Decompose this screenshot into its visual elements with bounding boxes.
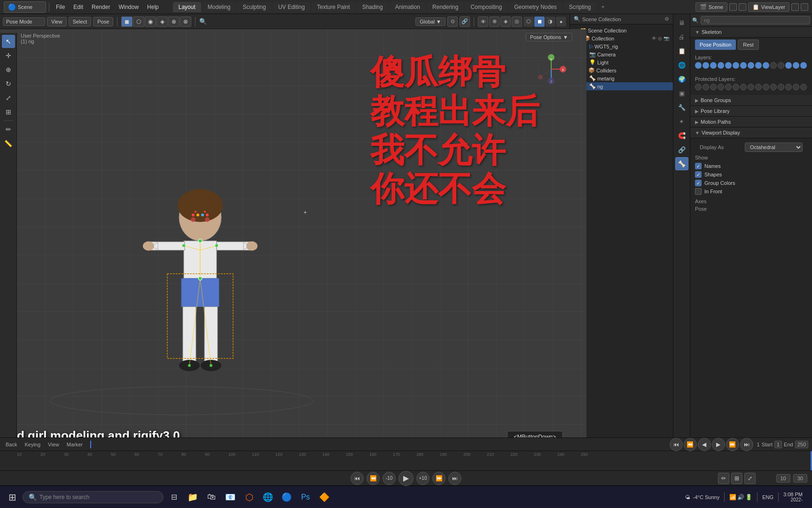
wireframe-mode-btn[interactable]: ⬡ bbox=[133, 16, 144, 27]
measure-tool[interactable]: 📏 bbox=[2, 137, 15, 150]
viewlayer-selector[interactable]: 📋 ViewLayer bbox=[748, 2, 789, 12]
add-workspace-btn[interactable]: + bbox=[598, 2, 609, 12]
editor-tool-3[interactable]: ⤢ bbox=[744, 473, 756, 484]
tl-back-btn[interactable]: Back bbox=[4, 441, 19, 448]
taskbar-explorer[interactable]: 📁 bbox=[184, 489, 201, 506]
tl-view-btn[interactable]: View bbox=[46, 441, 61, 448]
new-scene-btn[interactable] bbox=[729, 3, 737, 11]
show-group-colors-checkbox[interactable] bbox=[695, 180, 702, 186]
pose-options-btn[interactable]: Pose Options▼ bbox=[526, 33, 572, 41]
viewport-overlay-btn[interactable]: 👁 bbox=[478, 16, 488, 27]
select-menu[interactable]: Select bbox=[69, 17, 92, 26]
layer-dot-2[interactable] bbox=[703, 62, 709, 69]
solid-btn[interactable]: ◼ bbox=[534, 16, 545, 27]
world-props-btn[interactable]: 🌍 bbox=[675, 72, 688, 86]
display-as-select[interactable]: Octahedral bbox=[745, 143, 803, 152]
taskbar-ps[interactable]: Ps bbox=[297, 489, 314, 506]
particles-props-btn[interactable]: ✴ bbox=[675, 115, 688, 128]
start-frame-input[interactable]: 1 bbox=[774, 441, 782, 448]
tl-step-fwd-btn[interactable]: ⏩ bbox=[726, 438, 739, 451]
search-btn[interactable]: 🔍 bbox=[199, 18, 207, 25]
cursor-tool[interactable]: ✛ bbox=[2, 49, 15, 62]
start-btn[interactable]: ⊞ bbox=[4, 489, 21, 506]
tl-step-back-btn[interactable]: ⏪ bbox=[684, 438, 697, 451]
battery-icon[interactable]: 🔋 bbox=[745, 494, 752, 500]
snap-btn[interactable]: 🔗 bbox=[460, 16, 470, 27]
motion-paths-header[interactable]: ▶ Motion Paths bbox=[690, 117, 812, 127]
taskbar-mail[interactable]: 📧 bbox=[222, 489, 239, 506]
layer-dot-6[interactable] bbox=[733, 62, 739, 69]
pose-mode-dropdown[interactable]: Pose Mode bbox=[3, 17, 45, 26]
menu-help[interactable]: Help bbox=[143, 3, 163, 11]
engine-selector[interactable]: 🔵 Scene bbox=[4, 1, 46, 13]
wire-btn[interactable]: ⬡ bbox=[523, 16, 534, 27]
render-props-btn[interactable]: 🖥 bbox=[675, 16, 688, 29]
menu-file[interactable]: File bbox=[52, 3, 69, 11]
modifier-props-btn[interactable]: 🔧 bbox=[675, 101, 688, 114]
tl-play-reverse-btn[interactable]: ◀ bbox=[698, 438, 711, 451]
scene-props-btn[interactable]: 🌐 bbox=[675, 58, 688, 71]
layer-dot-7[interactable] bbox=[740, 62, 747, 69]
object-data-props-btn[interactable]: 🦴 bbox=[675, 157, 688, 170]
rotate-tool[interactable]: ↻ bbox=[2, 77, 15, 90]
tl-play-btn[interactable]: ▶ bbox=[712, 438, 725, 451]
playback-jump-start[interactable]: ⏮ bbox=[351, 472, 364, 485]
delete-viewlayer-btn[interactable] bbox=[801, 3, 808, 11]
taskbar-search-bar[interactable]: 🔍 Type here to search bbox=[23, 491, 164, 503]
tl-jump-end-btn[interactable]: ⏭ bbox=[740, 438, 753, 451]
layer-dot-11[interactable] bbox=[770, 62, 777, 69]
layer-dot-8[interactable] bbox=[748, 62, 754, 69]
pose-position-btn[interactable]: Pose Position bbox=[695, 40, 736, 50]
taskbar-edge[interactable]: 🌐 bbox=[259, 489, 276, 506]
tab-scripting[interactable]: Scripting bbox=[563, 2, 597, 12]
layer-dot-3[interactable] bbox=[710, 62, 717, 69]
shading-btn[interactable]: ⊗ bbox=[180, 16, 191, 27]
lp-btn[interactable]: ◑ bbox=[545, 16, 555, 27]
prot-dot-9[interactable] bbox=[755, 84, 762, 90]
prot-dot-3[interactable] bbox=[710, 84, 717, 90]
taskview-btn[interactable]: ⊟ bbox=[165, 489, 182, 506]
global-dropdown[interactable]: Global ▼ bbox=[415, 17, 445, 26]
playback-jump-plus10[interactable]: +10 bbox=[416, 472, 429, 485]
view-menu[interactable]: View bbox=[47, 17, 67, 26]
viewport-display-header[interactable]: ▼ Viewport Display bbox=[690, 127, 812, 138]
pose-menu[interactable]: Pose bbox=[93, 17, 113, 26]
show-desktop-btn[interactable] bbox=[805, 490, 808, 505]
tab-sculpting[interactable]: Sculpting bbox=[237, 2, 272, 12]
annotate-tool[interactable]: ✏ bbox=[2, 123, 15, 136]
layer-dot-15[interactable] bbox=[800, 62, 807, 69]
taskbar-app1[interactable]: ⬡ bbox=[241, 489, 258, 506]
pose-library-header[interactable]: ▶ Pose Library bbox=[690, 106, 812, 117]
prot-dot-6[interactable] bbox=[733, 84, 739, 90]
bone-groups-header[interactable]: ▶ Bone Groups bbox=[690, 95, 812, 106]
prot-dot-4[interactable] bbox=[718, 84, 724, 90]
prot-dot-2[interactable] bbox=[703, 84, 709, 90]
tl-keying-btn[interactable]: Keying bbox=[23, 441, 42, 448]
scale-tool[interactable]: ⤢ bbox=[2, 91, 15, 104]
material-mode-btn[interactable]: ◈ bbox=[156, 16, 168, 27]
prot-dot-12[interactable] bbox=[778, 84, 784, 90]
fps-display[interactable]: 10 bbox=[776, 474, 790, 483]
delete-scene-btn[interactable] bbox=[739, 3, 746, 11]
select-tool[interactable]: ↖ bbox=[2, 35, 15, 48]
ol-select-icon[interactable]: ◎ bbox=[658, 36, 662, 41]
prot-dot-15[interactable] bbox=[800, 84, 807, 90]
tab-rendering[interactable]: Rendering bbox=[427, 2, 464, 12]
playback-step-back[interactable]: ⏪ bbox=[367, 472, 380, 485]
layer-dot-12[interactable] bbox=[778, 62, 784, 69]
prot-dot-8[interactable] bbox=[748, 84, 754, 90]
rendered-mode-btn[interactable]: ◉ bbox=[145, 16, 156, 27]
prot-dot-11[interactable] bbox=[770, 84, 777, 90]
tab-texture-paint[interactable]: Texture Paint bbox=[312, 2, 356, 12]
tab-shading[interactable]: Shading bbox=[357, 2, 389, 12]
playback-jump-end[interactable]: ⏭ bbox=[448, 472, 461, 485]
prot-dot-5[interactable] bbox=[725, 84, 732, 90]
taskbar-blender[interactable]: 🔶 bbox=[316, 489, 333, 506]
proportional-btn[interactable]: ◎ bbox=[512, 16, 522, 27]
menu-window[interactable]: Window bbox=[115, 3, 142, 11]
tab-uv-editing[interactable]: UV Editing bbox=[273, 2, 311, 12]
prot-dot-7[interactable] bbox=[740, 84, 747, 90]
ol-render-icon[interactable]: 📷 bbox=[664, 36, 669, 41]
playback-jump-minus10[interactable]: -10 bbox=[383, 472, 396, 485]
sound-icon[interactable]: 🔊 bbox=[737, 494, 744, 500]
